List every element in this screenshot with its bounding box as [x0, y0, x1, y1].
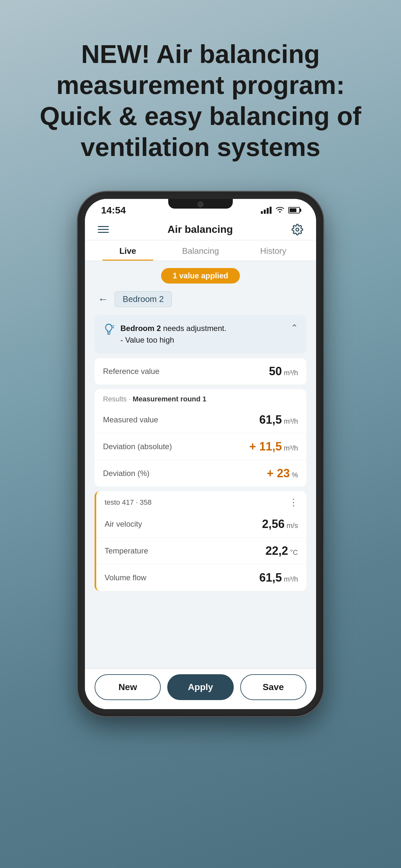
signal-icon — [261, 207, 272, 214]
phone-screen: 14:54 — [85, 199, 316, 709]
bulb-icon — [103, 323, 115, 339]
measured-value-row: Measured value 61,5 m³/h — [95, 407, 306, 433]
reference-unit: m³/h — [284, 369, 298, 377]
new-button[interactable]: New — [95, 674, 161, 700]
deviation-pct-label: Deviation (%) — [103, 469, 150, 478]
info-card-text: Bedroom 2 needs adjustment. - Value too … — [120, 322, 226, 346]
room-label: Bedroom 2 — [115, 291, 172, 307]
wifi-icon — [275, 206, 284, 215]
air-velocity-value: 2,56 — [262, 517, 284, 531]
info-room-name: Bedroom 2 — [120, 324, 161, 333]
deviation-pct-unit: % — [291, 471, 298, 479]
phone-outer: 14:54 — [78, 192, 323, 716]
room-nav: ← Bedroom 2 — [85, 287, 316, 312]
value-applied-badge: 1 value applied — [161, 268, 240, 283]
svg-line-2 — [113, 328, 114, 328]
deviation-abs-label: Deviation (absolute) — [103, 442, 172, 451]
collapse-button[interactable]: ⌃ — [290, 322, 298, 333]
temperature-value-group: 22,2 °C — [266, 544, 298, 558]
back-button[interactable]: ← — [98, 293, 108, 305]
deviation-abs-row: Deviation (absolute) + 11,5 m³/h — [95, 433, 306, 460]
volume-flow-value: 61,5 — [259, 571, 282, 585]
bottom-bar: New Apply Save — [85, 669, 316, 709]
reference-value: 50 — [269, 365, 282, 378]
menu-button[interactable] — [98, 226, 109, 233]
temperature-unit: °C — [290, 548, 298, 557]
svg-line-3 — [113, 326, 114, 326]
deviation-pct-value: + 23 — [267, 467, 289, 480]
status-time: 14:54 — [101, 205, 126, 216]
deviation-abs-value: + 11,5 — [249, 440, 282, 454]
device-name: testo 417 · 358 — [104, 498, 152, 507]
volume-flow-row: Volume flow 61,5 m³/h — [96, 564, 306, 591]
info-card: Bedroom 2 needs adjustment. - Value too … — [95, 315, 306, 353]
air-velocity-label: Air velocity — [104, 520, 142, 529]
device-section: testo 417 · 358 ⋮ Air velocity 2,56 m/s … — [95, 491, 306, 591]
reference-section: Reference value 50 m³/h — [95, 358, 306, 384]
temperature-value: 22,2 — [266, 544, 288, 558]
app-title: Air balancing — [167, 223, 233, 236]
info-card-content: Bedroom 2 needs adjustment. - Value too … — [103, 322, 290, 346]
tab-bar: Live Balancing History — [85, 240, 316, 261]
temperature-label: Temperature — [104, 547, 148, 555]
reference-row: Reference value 50 m³/h — [95, 358, 306, 384]
air-velocity-unit: m/s — [287, 522, 298, 530]
headline-text: NEW! Air balancing measurement program: … — [26, 39, 375, 163]
air-velocity-value-group: 2,56 m/s — [262, 517, 298, 531]
reference-label: Reference value — [103, 367, 159, 376]
measured-unit: m³/h — [284, 417, 298, 426]
status-icons — [261, 206, 300, 215]
tab-history[interactable]: History — [237, 240, 310, 260]
app-header: Air balancing — [85, 219, 316, 240]
phone-camera — [197, 202, 204, 207]
air-velocity-row: Air velocity 2,56 m/s — [96, 511, 306, 538]
info-subtitle: - Value too high — [120, 334, 226, 346]
reference-value-group: 50 m³/h — [269, 365, 298, 378]
results-round: Measurement round 1 — [133, 395, 207, 403]
volume-flow-label: Volume flow — [104, 573, 146, 582]
results-section: Results · Measurement round 1 Measured v… — [95, 389, 306, 487]
apply-button[interactable]: Apply — [167, 674, 234, 700]
battery-icon — [288, 207, 300, 213]
phone-wrapper: 14:54 — [0, 192, 401, 716]
measured-label: Measured value — [103, 415, 158, 424]
results-header: Results · Measurement round 1 — [95, 389, 306, 407]
screen-content: 1 value applied ← Bedroom 2 — [85, 261, 316, 709]
deviation-pct-value-group: + 23 % — [267, 467, 298, 480]
device-menu-button[interactable]: ⋮ — [289, 497, 298, 507]
deviation-abs-unit: m³/h — [284, 444, 298, 453]
deviation-abs-value-group: + 11,5 m³/h — [249, 440, 298, 454]
volume-flow-value-group: 61,5 m³/h — [259, 571, 298, 585]
svg-point-1 — [111, 325, 113, 327]
deviation-pct-row: Deviation (%) + 23 % — [95, 460, 306, 487]
temperature-row: Temperature 22,2 °C — [96, 538, 306, 564]
measured-value-group: 61,5 m³/h — [259, 413, 298, 427]
tab-live[interactable]: Live — [91, 240, 164, 260]
value-applied-banner: 1 value applied — [85, 261, 316, 287]
headline-area: NEW! Air balancing measurement program: … — [0, 0, 401, 182]
tab-balancing[interactable]: Balancing — [164, 240, 237, 260]
info-title-rest: needs adjustment. — [161, 324, 226, 333]
measured-value: 61,5 — [259, 413, 282, 427]
device-header: testo 417 · 358 ⋮ — [96, 491, 306, 511]
settings-icon[interactable] — [291, 224, 303, 236]
results-prefix: Results · — [103, 395, 133, 403]
save-button[interactable]: Save — [240, 674, 306, 700]
volume-flow-unit: m³/h — [284, 575, 298, 584]
svg-point-0 — [296, 228, 299, 231]
